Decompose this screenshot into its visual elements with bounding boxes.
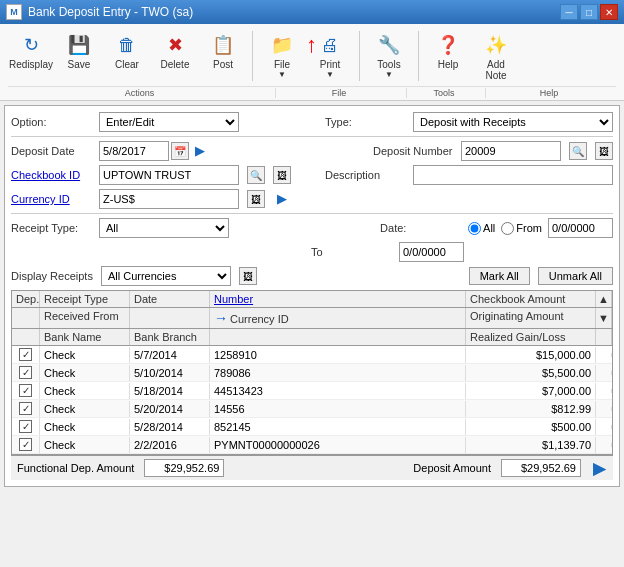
- delete-button[interactable]: ✖ Delete: [152, 28, 198, 73]
- row-checkbox-3[interactable]: [19, 402, 32, 415]
- row-date-4: 5/28/2014: [130, 419, 210, 435]
- print-icon: 🖨: [316, 31, 344, 59]
- option-select[interactable]: Enter/Edit: [99, 112, 239, 132]
- help-icon: ❓: [434, 31, 462, 59]
- currency-img-icon[interactable]: 🖼: [247, 190, 265, 208]
- type-label: Type:: [325, 116, 405, 128]
- date-all-radio[interactable]: All: [468, 222, 495, 235]
- row-type-0: Check: [40, 347, 130, 363]
- th-realized-gain-loss: Realized Gain/Loss: [466, 329, 596, 345]
- save-icon: 💾: [65, 31, 93, 59]
- row-amount-5: $1,139.70: [466, 437, 596, 453]
- mark-all-button[interactable]: Mark All: [469, 267, 530, 285]
- row-checkbox-cell-5: [12, 436, 40, 453]
- receipt-type-select[interactable]: All: [99, 218, 229, 238]
- table-row: Check 5/10/2014 789086 $5,500.00: [12, 364, 612, 382]
- add-note-button[interactable]: ✨ Add Note: [473, 28, 519, 84]
- deposit-img-icon[interactable]: 🖼: [595, 142, 613, 160]
- receipts-table: Dep. Receipt Type Date Number Checkbook …: [11, 290, 613, 455]
- display-receipts-row: Display Receipts All Currencies 🖼 Mark A…: [11, 266, 613, 286]
- row-number-1: 789086: [210, 365, 466, 381]
- option-label: Option:: [11, 116, 91, 128]
- row-checkbox-5[interactable]: [19, 438, 32, 451]
- help-button[interactable]: ❓ Help: [425, 28, 471, 73]
- close-button[interactable]: ✕: [600, 4, 618, 20]
- date-to-input[interactable]: [399, 242, 464, 262]
- row-checkbox-cell-4: [12, 418, 40, 435]
- display-receipts-icon[interactable]: 🖼: [239, 267, 257, 285]
- row-checkbox-cell-2: [12, 382, 40, 399]
- table-row: Check 5/18/2014 44513423 $7,000.00: [12, 382, 612, 400]
- deposit-amount-nav-arrow[interactable]: ▶: [591, 459, 607, 477]
- row-type-3: Check: [40, 401, 130, 417]
- minimize-button[interactable]: ─: [560, 4, 578, 20]
- table-row: Check 2/2/2016 PYMNT00000000026 $1,139.7…: [12, 436, 612, 454]
- type-select[interactable]: Deposit with Receipts: [413, 112, 613, 132]
- row-scroll-1: [596, 371, 612, 375]
- currency-nav-arrow[interactable]: ▶: [273, 190, 289, 208]
- row-date-3: 5/20/2014: [130, 401, 210, 417]
- row-amount-0: $15,000.00: [466, 347, 596, 363]
- currency-row: Currency ID 🖼 ▶: [11, 189, 613, 209]
- date-from-input[interactable]: [548, 218, 613, 238]
- unmark-all-button[interactable]: Unmark All: [538, 267, 613, 285]
- row-scroll-4: [596, 425, 612, 429]
- divider-3: [418, 31, 419, 81]
- print-button[interactable]: 🖨 Print ▼: [307, 28, 353, 82]
- th-empty5: [596, 329, 612, 345]
- th-receipt-type: Receipt Type: [40, 291, 130, 307]
- save-button[interactable]: 💾 Save: [56, 28, 102, 73]
- row-checkbox-2[interactable]: [19, 384, 32, 397]
- description-input[interactable]: [413, 165, 613, 185]
- row-number-4: 852145: [210, 419, 466, 435]
- row-amount-4: $500.00: [466, 419, 596, 435]
- checkbook-id-label[interactable]: Checkbook ID: [11, 169, 91, 181]
- window-controls[interactable]: ─ □ ✕: [560, 4, 618, 20]
- display-receipts-select[interactable]: All Currencies: [101, 266, 231, 286]
- th-bank-name: Bank Name: [40, 329, 130, 345]
- row-date-2: 5/18/2014: [130, 383, 210, 399]
- calendar-icon[interactable]: 📅: [171, 142, 189, 160]
- deposit-number-label: Deposit Number: [373, 145, 453, 157]
- row-scroll-3: [596, 407, 612, 411]
- deposit-date-group: 📅 ▶: [99, 141, 207, 161]
- currency-id-label[interactable]: Currency ID: [11, 193, 91, 205]
- row-checkbox-cell-1: [12, 364, 40, 381]
- tools-button[interactable]: 🔧 Tools ▼: [366, 28, 412, 82]
- deposit-lookup-icon[interactable]: 🔍: [569, 142, 587, 160]
- row-amount-1: $5,500.00: [466, 365, 596, 381]
- th-scroll-up[interactable]: ▲: [596, 291, 612, 307]
- date-nav-arrow[interactable]: ▶: [191, 142, 207, 160]
- row-checkbox-1[interactable]: [19, 366, 32, 379]
- row-number-0: 1258910: [210, 347, 466, 363]
- th-number[interactable]: Number: [210, 291, 466, 307]
- main-content: Option: Enter/Edit Type: Deposit with Re…: [4, 105, 620, 487]
- checkbook-lookup-icon[interactable]: 🔍: [247, 166, 265, 184]
- title-bar: M Bank Deposit Entry - TWO (sa) ─ □ ✕: [0, 0, 624, 24]
- deposit-date-input[interactable]: [99, 141, 169, 161]
- th-originating-amount: Originating Amount: [466, 308, 596, 328]
- row-checkbox-4[interactable]: [19, 420, 32, 433]
- post-button[interactable]: 📋 Post: [200, 28, 246, 73]
- row-checkbox-0[interactable]: [19, 348, 32, 361]
- separator-2: [11, 213, 613, 214]
- file-group-label: File: [276, 88, 407, 98]
- delete-icon: ✖: [161, 31, 189, 59]
- checkbook-img-icon[interactable]: 🖼: [273, 166, 291, 184]
- currency-id-input[interactable]: [99, 189, 239, 209]
- date-from-radio[interactable]: From: [501, 222, 542, 235]
- th-empty3: [12, 329, 40, 345]
- file-button[interactable]: 📁 File ▼: [259, 28, 305, 82]
- th-received-from: Received From: [40, 308, 130, 328]
- row-number-2: 44513423: [210, 383, 466, 399]
- window-title: Bank Deposit Entry - TWO (sa): [28, 5, 193, 19]
- checkbook-id-input[interactable]: [99, 165, 239, 185]
- deposit-number-input[interactable]: [461, 141, 561, 161]
- maximize-button[interactable]: □: [580, 4, 598, 20]
- th-scroll-down-top[interactable]: ▼: [596, 308, 612, 328]
- clear-button[interactable]: 🗑 Clear: [104, 28, 150, 73]
- row-scroll-2: [596, 389, 612, 393]
- date-radio-group: All From: [468, 218, 613, 238]
- redisplay-button[interactable]: ↻ Redisplay: [8, 28, 54, 73]
- row-scroll-5: [596, 443, 612, 447]
